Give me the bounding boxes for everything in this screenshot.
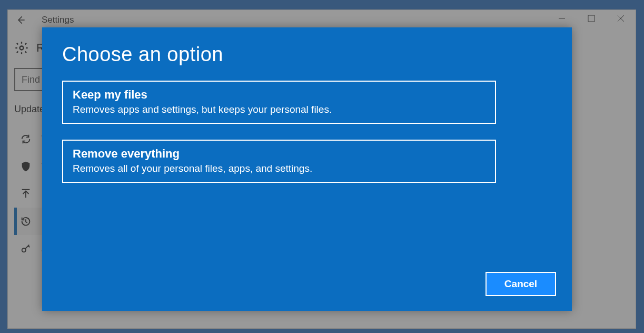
option-title: Remove everything (73, 147, 486, 161)
option-keep-my-files[interactable]: Keep my files Removes apps and settings,… (62, 81, 496, 124)
option-title: Keep my files (73, 88, 486, 102)
cancel-button[interactable]: Cancel (486, 272, 556, 296)
reset-options-dialog: Choose an option Keep my files Removes a… (42, 27, 572, 311)
option-description: Removes all of your personal files, apps… (73, 163, 486, 174)
option-description: Removes apps and settings, but keeps you… (73, 104, 486, 115)
cancel-button-label: Cancel (504, 278, 537, 290)
option-remove-everything[interactable]: Remove everything Removes all of your pe… (62, 140, 496, 183)
dialog-title: Choose an option (62, 43, 552, 66)
